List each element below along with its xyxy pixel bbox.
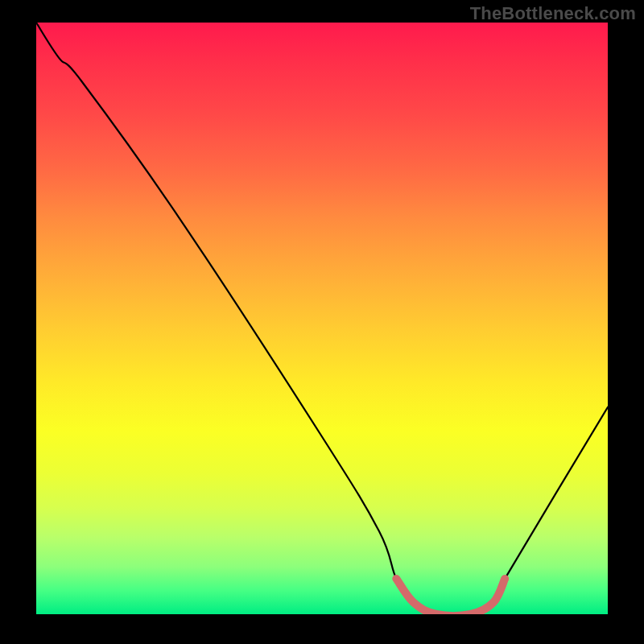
chart-frame: TheBottleneck.com — [0, 0, 644, 644]
plot-area — [36, 23, 608, 614]
watermark-text: TheBottleneck.com — [470, 3, 636, 24]
heat-gradient — [36, 23, 608, 614]
